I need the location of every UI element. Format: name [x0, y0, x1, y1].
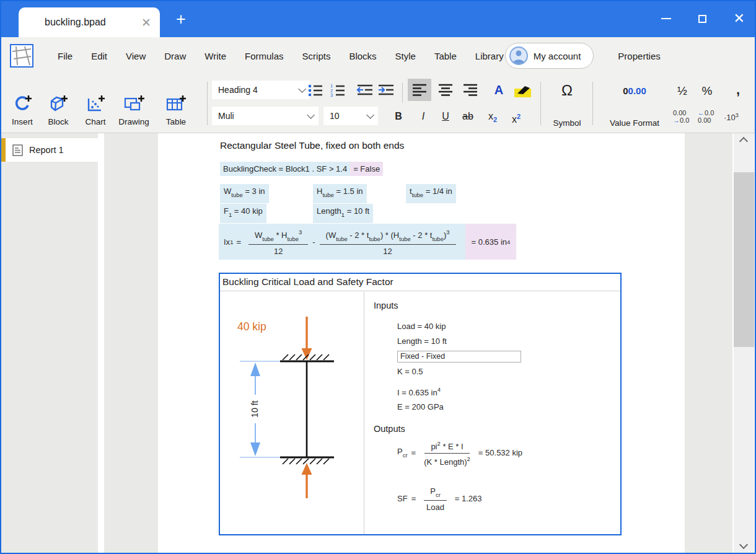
indent-button[interactable] [376, 80, 397, 100]
highlight-button[interactable] [512, 82, 533, 102]
menu-file[interactable]: File [48, 46, 82, 66]
percent-format-button[interactable]: % [698, 82, 716, 100]
increase-decimals-button[interactable]: ←0.0 0.00 [698, 109, 714, 124]
underline-button[interactable]: U [436, 107, 455, 126]
buckling-check-result: = False [350, 162, 383, 176]
align-center-button[interactable] [434, 79, 457, 101]
font-color-button[interactable]: A [490, 81, 508, 99]
menu-scripts[interactable]: Scripts [293, 46, 340, 66]
symbol-button[interactable]: Ω Symbol [545, 79, 589, 129]
my-account-label: My account [534, 51, 581, 61]
table-icon [164, 94, 188, 113]
titlebar: buckling.bpad ✕ + ✕ [0, 0, 756, 37]
svg-text:3: 3 [330, 92, 333, 97]
doc-heading[interactable]: Rectangular Steel Tube, fixed on both en… [220, 140, 404, 151]
buckling-check-line[interactable]: BucklingCheck = Block1 . SF > 1.4 = Fals… [220, 162, 383, 176]
value-format-button[interactable]: 00.00 Value Format [596, 79, 673, 129]
vertical-scrollbar[interactable] [734, 133, 754, 553]
strikethrough-button[interactable]: ab [459, 107, 477, 126]
sidebar-item-report-1[interactable]: Report 1 [0, 138, 98, 162]
inputs-heading: Inputs [374, 301, 398, 310]
fixity-select[interactable]: Fixed - Fixed [397, 351, 521, 363]
block-title[interactable]: Buckling Critical Load and Safety Factor [220, 274, 620, 291]
insert-button[interactable]: Insert [5, 78, 40, 129]
minimize-button[interactable] [661, 18, 671, 19]
menu-draw[interactable]: Draw [155, 46, 195, 66]
document-tab[interactable]: buckling.bpad ✕ [19, 7, 160, 37]
tab-title: buckling.bpad [45, 17, 106, 28]
chart-button[interactable]: Chart [78, 78, 113, 129]
font-family-select[interactable]: Muli [212, 107, 319, 125]
subscript-button[interactable]: x2 [483, 107, 502, 126]
var-w-tube[interactable]: Wtube = 3 in [220, 184, 269, 203]
var-f1[interactable]: F1 = 40 kip [220, 204, 266, 223]
menubar: File Edit View Draw Write Formulas Scrip… [0, 37, 756, 74]
var-h-tube[interactable]: Htube = 1.5 in [313, 184, 367, 203]
tab-close-icon[interactable]: ✕ [141, 17, 151, 29]
app-logo-icon[interactable] [10, 44, 33, 68]
close-button[interactable]: ✕ [734, 12, 745, 25]
scrollbar-thumb[interactable] [734, 172, 754, 347]
table-button[interactable]: Table [159, 78, 193, 129]
menu-properties[interactable]: Properties [609, 46, 669, 66]
ix-formula-result: = 0.635 in4 [465, 224, 517, 260]
bold-button[interactable]: B [389, 107, 408, 126]
document-page[interactable]: Rectangular Steel Tube, fixed on both en… [158, 133, 685, 554]
ix-formula[interactable]: Ix1 = Wtube * Htube3 12 - (Wtube - 2 * t… [219, 224, 516, 260]
toolbar-separator [540, 82, 541, 125]
scroll-up-icon[interactable] [739, 137, 748, 146]
report-icon [12, 144, 23, 156]
align-left-button[interactable] [408, 79, 431, 101]
sf-result: = 1.263 [455, 494, 482, 503]
menu-blocks[interactable]: Blocks [340, 46, 385, 66]
scientific-notation-button[interactable]: ·103 [724, 112, 739, 121]
var-t-tube[interactable]: ttube = 1/4 in [406, 184, 456, 203]
new-tab-button[interactable]: + [170, 9, 192, 31]
menu-write[interactable]: Write [195, 46, 235, 66]
input-length[interactable]: Length = 10 ft [397, 336, 447, 346]
input-load[interactable]: Load = 40 kip [397, 322, 446, 331]
menu-view[interactable]: View [116, 46, 155, 66]
drawing-button[interactable]: Drawing [116, 78, 151, 129]
menu-library[interactable]: Library [466, 46, 504, 66]
document-canvas: Rectangular Steel Tube, fixed on both en… [104, 133, 732, 554]
font-size-select[interactable]: 10 [323, 107, 378, 125]
toolbar-separator [207, 82, 208, 125]
menu-edit[interactable]: Edit [82, 46, 116, 66]
menu-table[interactable]: Table [425, 46, 466, 66]
load-label: 40 kip [237, 320, 266, 333]
block-button[interactable]: Block [41, 78, 76, 129]
load-arrow-icon [302, 317, 312, 360]
my-account-button[interactable]: My account [505, 43, 594, 69]
thousands-separator-button[interactable]: , [729, 81, 747, 99]
chart-icon [85, 94, 106, 113]
var-length1[interactable]: Length1 = 10 ft [313, 204, 373, 223]
superscript-button[interactable]: x2 [507, 107, 525, 126]
bottom-support-icon [280, 457, 334, 464]
fraction-format-button[interactable]: ½ [673, 82, 692, 100]
dimension-label: 10 ft [250, 400, 260, 417]
decrease-decimals-button[interactable]: 0.00 →0.0 [673, 109, 689, 124]
menu-style[interactable]: Style [386, 46, 425, 66]
selected-indicator [0, 138, 6, 162]
omega-icon: Ω [561, 79, 573, 99]
maximize-button[interactable] [698, 15, 706, 23]
scroll-down-icon[interactable] [739, 540, 748, 549]
sidebar: Report 1 [0, 133, 98, 554]
outdent-button[interactable] [354, 80, 376, 100]
buckling-block: Buckling Critical Load and Safety Factor… [219, 273, 622, 535]
menu-formulas[interactable]: Formulas [235, 46, 293, 66]
input-i[interactable]: I = 0.635 in4 [397, 386, 441, 397]
align-right-button[interactable] [459, 79, 482, 101]
bullet-list-button[interactable] [305, 80, 326, 100]
paragraph-style-select[interactable]: Heading 4 [212, 81, 310, 99]
chevron-down-icon [366, 111, 374, 119]
buckling-check-expression[interactable]: BucklingCheck = Block1 . SF > 1.4 [220, 162, 350, 176]
input-e[interactable]: E = 200 GPa [397, 402, 444, 411]
italic-button[interactable]: I [414, 107, 433, 126]
ix-formula-expression[interactable]: Ix1 = Wtube * Htube3 12 - (Wtube - 2 * t… [219, 224, 465, 260]
input-k[interactable]: K = 0.5 [397, 367, 423, 376]
toolbar-separator [402, 83, 403, 103]
drawing-icon [121, 94, 146, 113]
numbered-list-button[interactable]: 1 2 3 [327, 80, 348, 100]
